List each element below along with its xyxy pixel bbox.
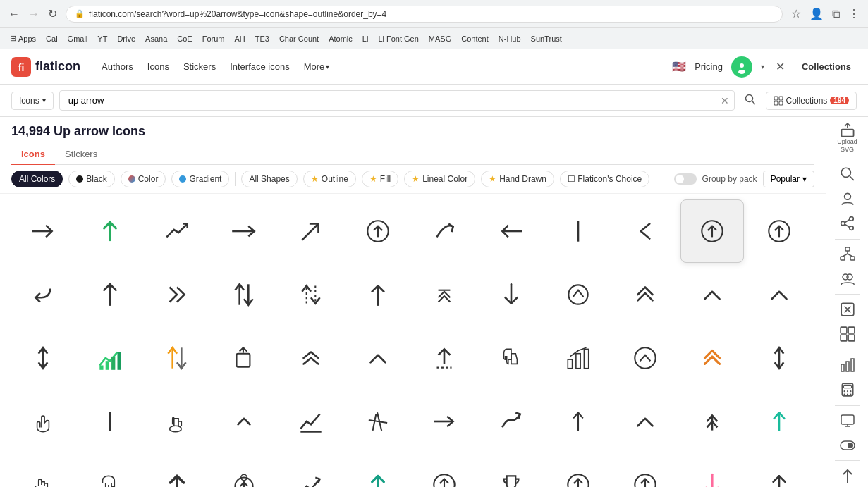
filter-flaticons-choice[interactable]: ☐ Flaticon's Choice [560, 171, 649, 187]
bookmark-ah[interactable]: AH [230, 33, 249, 44]
icon-cell[interactable] [212, 199, 276, 263]
panel-profile-button[interactable] [833, 189, 862, 208]
icon-cell[interactable] [279, 326, 343, 390]
icon-cell[interactable] [747, 263, 811, 326]
bookmark-gmail[interactable]: Gmail [63, 33, 92, 44]
icon-cell[interactable] [11, 326, 75, 390]
nav-more[interactable]: More ▾ [304, 61, 330, 72]
nav-icons[interactable]: Icons [147, 61, 169, 72]
panel-up-arrow-button[interactable] [833, 467, 862, 486]
panel-grid-button[interactable] [833, 325, 862, 344]
icon-cell[interactable] [479, 326, 543, 390]
icon-cell[interactable] [680, 390, 744, 453]
icon-cell[interactable] [412, 263, 476, 326]
bookmark-atomic[interactable]: Atomic [324, 33, 357, 44]
upload-svg-button[interactable]: Upload SVG [833, 123, 862, 153]
bookmark-suntrust[interactable]: SunTrust [527, 33, 566, 44]
bookmark-content[interactable]: Content [457, 33, 493, 44]
nav-stickers[interactable]: Stickers [183, 61, 216, 72]
panel-toggle-button[interactable] [833, 436, 862, 455]
icon-cell[interactable] [11, 453, 75, 487]
icon-cell[interactable] [412, 326, 476, 390]
back-button[interactable]: ← [6, 6, 23, 22]
bookmark-drive[interactable]: Drive [113, 33, 140, 44]
icon-cell[interactable] [346, 199, 410, 263]
bookmark-masg[interactable]: MASG [424, 33, 456, 44]
icon-cell[interactable] [479, 263, 543, 326]
icon-cell[interactable] [479, 390, 543, 453]
icon-cell[interactable] [747, 453, 811, 487]
icon-cell[interactable] [546, 263, 610, 326]
icon-cell[interactable] [613, 263, 677, 326]
icon-cell[interactable] [412, 453, 476, 487]
group-by-toggle[interactable] [674, 173, 697, 185]
icon-cell[interactable] [747, 390, 811, 453]
extensions-button[interactable]: ⧉ [829, 6, 843, 22]
filter-black[interactable]: Black [68, 171, 114, 187]
icon-cell[interactable] [680, 263, 744, 326]
panel-hierarchy-button[interactable] [833, 245, 862, 264]
panel-group-button[interactable] [833, 269, 862, 288]
icon-cell[interactable] [279, 263, 343, 326]
icon-cell[interactable] [145, 199, 209, 263]
more-options-button[interactable]: ⋮ [845, 6, 862, 22]
icon-cell[interactable] [279, 453, 343, 487]
icon-cell[interactable] [145, 453, 209, 487]
bookmark-li-font-gen[interactable]: Li Font Gen [374, 33, 422, 44]
icon-cell[interactable] [613, 326, 677, 390]
icon-cell[interactable] [479, 453, 543, 487]
panel-close-square-button[interactable] [833, 300, 862, 319]
icon-cell[interactable] [78, 326, 142, 390]
bookmark-te3[interactable]: TE3 [251, 33, 274, 44]
icon-cell[interactable] [78, 453, 142, 487]
icon-cell[interactable] [212, 326, 276, 390]
icon-cell[interactable] [747, 199, 811, 263]
icon-cell[interactable] [11, 390, 75, 453]
clear-search-button[interactable]: ✕ [721, 95, 729, 106]
panel-monitor-button[interactable] [833, 411, 862, 430]
icon-cell[interactable] [546, 326, 610, 390]
icon-cell[interactable] [78, 199, 142, 263]
filter-all-shapes[interactable]: All Shapes [241, 171, 297, 187]
icon-cell[interactable] [279, 390, 343, 453]
icon-cell[interactable] [680, 326, 744, 390]
bookmark-charcount[interactable]: Char Count [275, 33, 323, 44]
icon-cell[interactable] [212, 263, 276, 326]
tab-stickers[interactable]: Stickers [55, 144, 107, 165]
search-input[interactable] [59, 90, 735, 111]
bookmark-yt[interactable]: YT [93, 33, 111, 44]
panel-share-button[interactable] [833, 214, 862, 233]
filter-gradient[interactable]: Gradient [171, 171, 229, 187]
icon-cell[interactable] [78, 390, 142, 453]
filter-fill[interactable]: ★ Fill [362, 171, 398, 187]
filter-outline[interactable]: ★ Outline [303, 171, 356, 187]
icon-cell[interactable] [346, 453, 410, 487]
icon-cell[interactable] [11, 263, 75, 326]
icon-cell[interactable] [346, 263, 410, 326]
collections-count-button[interactable]: Collections 194 [766, 92, 857, 110]
icon-cell[interactable] [145, 390, 209, 453]
icon-cell[interactable] [546, 390, 610, 453]
tab-icons[interactable]: Icons [11, 144, 55, 165]
icon-cell[interactable] [212, 453, 276, 487]
icon-cell[interactable] [145, 326, 209, 390]
icon-cell[interactable] [212, 390, 276, 453]
icon-cell[interactable] [479, 199, 543, 263]
icon-cell[interactable] [145, 263, 209, 326]
logo[interactable]: fi flaticon [11, 57, 80, 77]
forward-button[interactable]: → [25, 6, 42, 22]
bookmark-asana[interactable]: Asana [141, 33, 171, 44]
icon-cell[interactable] [747, 326, 811, 390]
filter-hand-drawn[interactable]: ★ Hand Drawn [481, 171, 554, 187]
pricing-link[interactable]: Pricing [695, 61, 723, 72]
icon-cell[interactable] [279, 199, 343, 263]
bookmark-forum[interactable]: Forum [198, 33, 229, 44]
icon-cell[interactable] [412, 199, 476, 263]
icon-cell[interactable] [546, 453, 610, 487]
bookmark-apps[interactable]: ⊞ Apps [6, 32, 40, 44]
profile-button[interactable]: 👤 [807, 6, 826, 22]
icon-cell[interactable] [11, 199, 75, 263]
panel-calculator-button[interactable] [833, 381, 862, 400]
icon-cell[interactable] [613, 390, 677, 453]
filter-color[interactable]: Color [121, 171, 166, 187]
